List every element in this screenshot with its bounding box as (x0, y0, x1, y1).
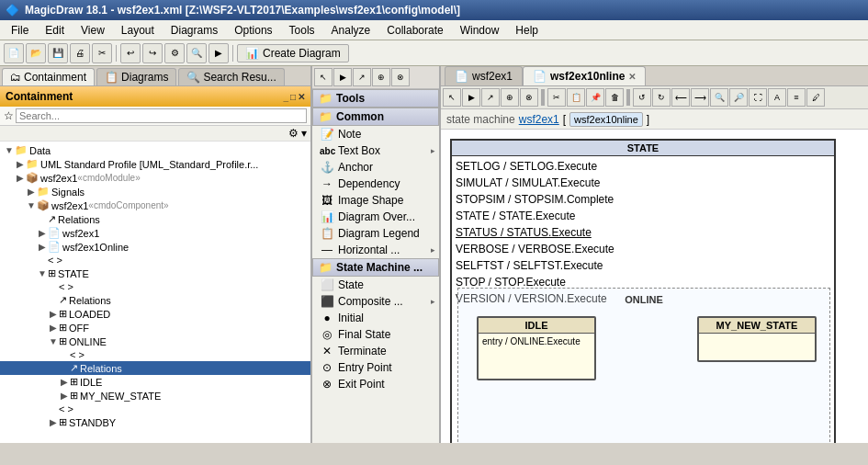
menu-file[interactable]: File (4, 22, 36, 39)
tree-item-idle[interactable]: ▶ ⊞ IDLE (0, 375, 310, 389)
expand-online-diag[interactable]: ▶ (37, 242, 48, 252)
section-common[interactable]: 📁 Common (312, 108, 439, 126)
tool-btn-play[interactable]: ▶ (333, 68, 352, 86)
d-btn5[interactable]: ⊗ (520, 88, 538, 107)
minimize-btn[interactable]: _ (283, 92, 288, 102)
menu-tools[interactable]: Tools (282, 22, 322, 39)
tree-item-sm-chevron[interactable]: < > (0, 280, 310, 293)
tree-item-wsf2ex1-top[interactable]: ▶ 📦 wsf2ex1 «cmdoModule» (0, 171, 310, 185)
tool-initial[interactable]: ● Initial (312, 310, 439, 326)
idle-state-box[interactable]: IDLE entry / ONLINE.Execute (477, 316, 596, 380)
toolbar-open[interactable]: 📂 (26, 43, 46, 63)
tool-dependency[interactable]: → Dependency (312, 176, 439, 192)
toolbar-redo[interactable]: ↪ (142, 43, 163, 63)
section-state-machine[interactable]: 📁 State Machine ... (312, 258, 439, 277)
toolbar-btn5[interactable]: ✂ (92, 43, 112, 63)
tool-entry-point[interactable]: ⊙ Entry Point (312, 359, 439, 376)
tool-final-state[interactable]: ◎ Final State (312, 326, 439, 343)
tool-btn-arrow[interactable]: ↖ (314, 68, 333, 86)
expand-uml[interactable]: ▶ (15, 159, 26, 169)
toolbar-btn4[interactable]: 🖨 (70, 43, 90, 63)
expand-wsf-diag[interactable]: ▶ (37, 228, 48, 238)
tree-item-off[interactable]: ▶ ⊞ OFF (0, 321, 310, 335)
d-btn16[interactable]: ⛶ (749, 88, 767, 107)
menu-diagrams[interactable]: Diagrams (163, 22, 225, 39)
d-btn13[interactable]: ⟶ (691, 88, 709, 107)
tab-diagrams[interactable]: 📋 Diagrams (96, 68, 176, 85)
d-btn17[interactable]: A (768, 88, 786, 107)
diagram-tab-wsf2ex10nline[interactable]: 📄 wsf2ex10nline ✕ (523, 66, 646, 85)
expand-off[interactable]: ▶ (48, 323, 59, 333)
tool-textbox[interactable]: abc Text Box ▸ (312, 142, 439, 159)
menu-options[interactable]: Options (227, 22, 279, 39)
tree-item-statemachine[interactable]: ▼ ⊞ STATE (0, 267, 310, 280)
expand-wsf-top[interactable]: ▶ (15, 173, 26, 183)
tree-item-online-relations[interactable]: ↗ Relations (0, 361, 310, 375)
tree-item-my-new-state[interactable]: ▶ ⊞ MY_NEW_STATE (0, 389, 310, 403)
close-btn[interactable]: ✕ (298, 92, 305, 102)
expand-data[interactable]: ▼ (4, 145, 15, 155)
diagram-tab-wsf2ex1[interactable]: 📄 wsf2ex1 (445, 66, 523, 85)
expand-loaded[interactable]: ▶ (48, 309, 59, 319)
tab-containment[interactable]: 🗂 Containment (2, 68, 95, 85)
tool-horizontal[interactable]: — Horizontal ... ▸ (312, 242, 439, 258)
toolbar-undo[interactable]: ↩ (120, 43, 141, 63)
d-btn1[interactable]: ↖ (443, 88, 461, 107)
menu-view[interactable]: View (73, 22, 112, 39)
d-btn14[interactable]: 🔍 (710, 88, 728, 107)
tool-btn-remove[interactable]: ⊗ (391, 68, 410, 86)
create-diagram-button[interactable]: 📊 Create Diagram (237, 44, 349, 62)
tool-image[interactable]: 🖼 Image Shape (312, 192, 439, 209)
menu-analyze[interactable]: Analyze (324, 22, 378, 39)
tree-item-wsf2ex1-comp[interactable]: ▼ 📦 wsf2ex1 «cmdoComponent» (0, 198, 310, 212)
settings-icon[interactable]: ⚙ ▾ (288, 127, 307, 140)
tool-state[interactable]: ⬜ State (312, 277, 439, 293)
tool-note[interactable]: 📝 Note (312, 126, 439, 142)
tree-item-wsf2ex1-diag[interactable]: ▶ 📄 wsf2ex1 (0, 226, 310, 240)
tool-composite[interactable]: ⬛ Composite ... ▸ (312, 293, 439, 310)
d-btn18[interactable]: ≡ (787, 88, 806, 107)
tree-item-uml[interactable]: ▶ 📁 UML Standard Profile [UML_Standard_P… (0, 157, 310, 171)
state-box[interactable]: STATE SETLOG / SETLOG.Execute SIMULAT / … (450, 139, 836, 443)
tree-item-relations1[interactable]: ↗ Relations (0, 212, 310, 226)
d-btn19[interactable]: 🖊 (806, 88, 825, 107)
d-btn6[interactable]: ✂ (547, 88, 566, 107)
d-btn2[interactable]: ▶ (462, 88, 480, 107)
menu-window[interactable]: Window (453, 22, 507, 39)
tree-item-signals[interactable]: ▶ 📁 Signals (0, 185, 310, 198)
d-btn10[interactable]: ↺ (633, 88, 651, 107)
breadcrumb-crumb1[interactable]: wsf2ex10nline (569, 112, 643, 127)
menu-layout[interactable]: Layout (114, 22, 162, 39)
tree-item-sm-relations[interactable]: ↗ Relations (0, 293, 310, 307)
expand-signals[interactable]: ▶ (26, 187, 37, 197)
d-btn9[interactable]: 🗑 (605, 88, 624, 107)
toolbar-btn8[interactable]: ⚙ (164, 43, 185, 63)
expand-wsf-comp[interactable]: ▼ (26, 200, 37, 210)
tool-btn-link[interactable]: ↗ (353, 68, 371, 86)
maximize-btn[interactable]: □ (290, 92, 296, 102)
toolbar-save[interactable]: 💾 (48, 43, 68, 63)
menu-help[interactable]: Help (508, 22, 546, 39)
tool-exit-point[interactable]: ⊗ Exit Point (312, 376, 439, 392)
expand-idle[interactable]: ▶ (59, 377, 70, 387)
d-btn8[interactable]: 📌 (586, 88, 604, 107)
tool-diagram-over[interactable]: 📊 Diagram Over... (312, 209, 439, 225)
search-input[interactable] (16, 108, 307, 123)
new-state-box[interactable]: MY_NEW_STATE (697, 316, 817, 362)
close-tab-icon[interactable]: ✕ (628, 72, 636, 82)
d-btn12[interactable]: ⟵ (671, 88, 690, 107)
d-btn15[interactable]: 🔎 (729, 88, 748, 107)
menu-collaborate[interactable]: Collaborate (379, 22, 450, 39)
tool-diagram-legend[interactable]: 📋 Diagram Legend (312, 225, 439, 242)
breadcrumb-link1[interactable]: wsf2ex1 (519, 113, 559, 126)
tree-item-wsf2ex1online-diag[interactable]: ▶ 📄 wsf2ex1Online (0, 240, 310, 254)
tree-item-chevron3[interactable]: < > (0, 403, 310, 415)
toolbar-new[interactable]: 📄 (4, 43, 24, 63)
tree-item-data[interactable]: ▼ 📁 Data (0, 143, 310, 157)
section-tools[interactable]: 📁 Tools (312, 89, 439, 108)
tree-item-chevron1[interactable]: < > (0, 254, 310, 267)
tool-terminate[interactable]: ✕ Terminate (312, 343, 439, 359)
tree-item-loaded[interactable]: ▶ ⊞ LOADED (0, 307, 310, 321)
tab-search-results[interactable]: 🔍 Search Resu... (178, 68, 284, 85)
toolbar-btn9[interactable]: 🔍 (186, 43, 207, 63)
